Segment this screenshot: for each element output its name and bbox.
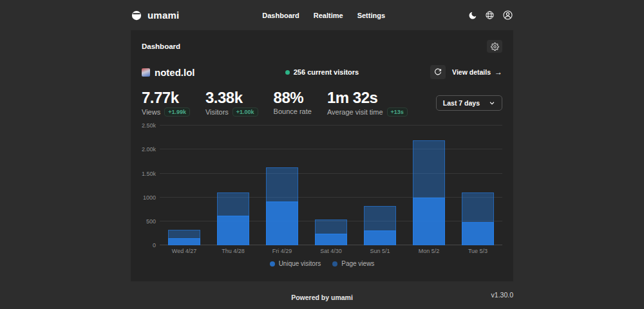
y-axis-tick: 0 <box>153 242 156 248</box>
metric-bounce-rate: 88%Bounce rate <box>274 89 312 117</box>
y-axis-tick: 1.50k <box>142 171 156 177</box>
legend-item-page-views: Page views <box>332 260 374 267</box>
bar-group-sat-4-30 <box>307 126 355 245</box>
legend-label: Unique visitors <box>279 260 321 267</box>
legend-label: Page views <box>341 260 374 267</box>
metric-label: Visitors <box>205 108 229 116</box>
view-details-link[interactable]: View details → <box>452 68 502 77</box>
gear-icon <box>491 42 499 51</box>
nav-link-realtime[interactable]: Realtime <box>314 12 343 19</box>
top-nav: umami DashboardRealtimeSettings <box>0 0 644 30</box>
globe-icon <box>485 10 495 20</box>
version-label: v1.30.0 <box>491 291 513 299</box>
bar-unique-visitors[interactable] <box>315 234 347 246</box>
language-button[interactable] <box>485 10 495 20</box>
powered-by-label: Powered by umami <box>291 294 353 301</box>
live-visitors: 256 current visitors <box>285 68 359 76</box>
y-axis-tick: 500 <box>146 218 156 225</box>
profile-icon <box>502 10 513 21</box>
chart-plot-area <box>160 126 502 245</box>
bar-group-wed-4-27 <box>160 126 209 245</box>
y-axis-tick: 2.50k <box>142 122 156 129</box>
live-visitors-count: 256 current visitors <box>294 68 359 76</box>
nav-link-settings[interactable]: Settings <box>357 12 385 19</box>
metric-value: 1m 32s <box>327 89 408 106</box>
bar-group-sun-5-1 <box>355 126 404 245</box>
bar-unique-visitors[interactable] <box>462 222 494 245</box>
view-details-label: View details <box>452 68 491 76</box>
x-axis-label: Sat 4/30 <box>307 248 355 254</box>
bar-group-thu-4-28 <box>209 126 258 245</box>
date-range-select[interactable]: Last 7 days <box>436 95 502 111</box>
metric-change-badge: +13s <box>387 108 408 117</box>
x-axis-label: Thu 4/28 <box>209 248 258 254</box>
footer: Powered by umami v1.30.0 <box>0 291 644 303</box>
profile-button[interactable] <box>502 10 513 21</box>
metric-value: 3.38k <box>205 89 258 106</box>
metric-views: 7.77kViews+1.99k <box>142 89 190 117</box>
date-range-value: Last 7 days <box>443 99 480 107</box>
metric-label: Bounce rate <box>274 108 312 115</box>
chart-x-axis: Wed 4/27Thu 4/28Fri 4/29Sat 4/30Sun 5/1M… <box>160 248 502 254</box>
live-dot-icon <box>285 70 290 75</box>
arrow-right-icon: → <box>495 68 502 77</box>
brand[interactable]: umami <box>131 10 179 21</box>
x-axis-label: Wed 4/27 <box>160 248 209 254</box>
bar-unique-visitors[interactable] <box>217 216 249 245</box>
chart-y-axis: 050010001.50k2.00k2.50k <box>142 126 160 245</box>
brand-name: umami <box>147 10 179 21</box>
x-axis-label: Tue 5/3 <box>453 248 502 254</box>
metric-visitors: 3.38kVisitors+1.00k <box>205 89 258 117</box>
refresh-icon <box>434 68 442 76</box>
moon-icon <box>468 11 477 20</box>
bar-group-mon-5-2 <box>404 126 453 245</box>
chart-legend: Unique visitorsPage views <box>142 260 502 267</box>
metric-label: Views <box>142 108 160 116</box>
bar-unique-visitors[interactable] <box>168 238 200 245</box>
metric-label: Average visit time <box>327 108 383 116</box>
bar-unique-visitors[interactable] <box>413 198 445 245</box>
x-axis-label: Mon 5/2 <box>404 248 453 254</box>
nav-link-dashboard[interactable]: Dashboard <box>262 12 299 19</box>
y-axis-tick: 1000 <box>143 194 156 201</box>
bar-group-fri-4-29 <box>258 126 307 245</box>
dashboard-settings-button[interactable] <box>487 40 502 53</box>
bar-group-tue-5-3 <box>453 126 502 245</box>
nav-links: DashboardRealtimeSettings <box>262 12 385 19</box>
refresh-button[interactable] <box>430 65 446 79</box>
metric-change-badge: +1.00k <box>232 108 258 117</box>
metric-value: 7.77k <box>142 89 190 106</box>
bar-unique-visitors[interactable] <box>266 201 298 245</box>
x-axis-label: Fri 4/29 <box>258 248 307 254</box>
website-favicon <box>142 68 150 77</box>
metrics: 7.77kViews+1.99k3.38kVisitors+1.00k88%Bo… <box>142 89 408 117</box>
bar-unique-visitors[interactable] <box>364 230 396 245</box>
umami-logo-icon <box>131 10 142 21</box>
website-name: noted.lol <box>155 67 195 78</box>
metric-average-visit-time: 1m 32sAverage visit time+13s <box>327 89 408 117</box>
x-axis-label: Sun 5/1 <box>355 248 404 254</box>
y-axis-tick: 2.00k <box>142 146 156 153</box>
metric-value: 88% <box>274 89 312 106</box>
legend-dot-icon <box>332 261 337 267</box>
legend-dot-icon <box>270 261 275 267</box>
metric-change-badge: +1.99k <box>164 108 190 117</box>
theme-toggle-button[interactable] <box>468 11 477 20</box>
traffic-chart: 050010001.50k2.00k2.50k <box>142 126 502 245</box>
nav-icons <box>468 10 513 21</box>
page-title: Dashboard <box>142 42 180 50</box>
chevron-down-icon <box>489 100 495 106</box>
dashboard-card: Dashboard noted.lol 256 current visitors <box>131 30 513 281</box>
legend-item-unique-visitors: Unique visitors <box>270 260 321 267</box>
